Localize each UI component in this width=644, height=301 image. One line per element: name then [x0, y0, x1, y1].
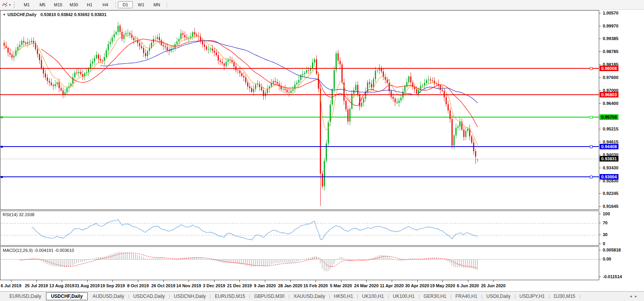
macd-tick: [599, 259, 601, 259]
level-line-0.95758[interactable]: [0, 117, 599, 117]
tab-item-xauusd-daily[interactable]: XAUUSD,Daily: [290, 293, 329, 300]
level-handle[interactable]: [590, 145, 593, 148]
macd-canvas[interactable]: [1, 247, 599, 280]
date-label: 9 Jan 2020: [254, 283, 276, 288]
rsi-canvas[interactable]: [1, 211, 599, 246]
candlestick-canvas[interactable]: [1, 11, 599, 210]
price-tick-label: 0.93430: [603, 165, 618, 171]
price-tick-label: 0.92245: [603, 191, 618, 196]
timeframes-toolbar: ▾ M1M5M15M30H1H4D1W1MN: [0, 0, 644, 10]
date-axis[interactable]: 6 Jul 201925 Jul 201913 Aug 201931 Aug 2…: [0, 280, 644, 291]
price-tick-label: 0.98785: [603, 49, 618, 54]
price-tick: [599, 181, 601, 181]
date-tick: [417, 280, 418, 282]
timeframe-button-m15[interactable]: M15: [51, 1, 66, 8]
chart-menu-icon[interactable]: ▼: [3, 13, 6, 17]
rsi-tick: [599, 235, 601, 235]
price-axis[interactable]: 1.005700.999700.993850.987850.981850.976…: [599, 10, 644, 210]
price-tick-label: 0.95215: [603, 127, 618, 132]
rsi-panel: RSI(14) 32.1938: [0, 211, 599, 246]
macd-axis[interactable]: 0.0058180.00-0.011514: [599, 246, 644, 280]
rsi-tick: [599, 244, 601, 244]
price-tick: [599, 51, 601, 52]
tabs-scroll-right-icon[interactable]: ▸: [635, 294, 640, 298]
date-label: 30 Apr 2020: [405, 283, 429, 288]
toolbar-grip[interactable]: [14, 2, 16, 8]
tab-item-usdjpy-h1[interactable]: USDJPY,H1: [516, 293, 549, 300]
tab-item-gbpusd-m30[interactable]: GBPUSD,M30: [250, 293, 288, 300]
tabs-scroll-left-icon[interactable]: ◂: [630, 294, 635, 298]
timeframe-buttons: M1M5M15M30H1H4D1W1MN: [19, 1, 169, 8]
timeframe-button-m1[interactable]: M1: [19, 1, 34, 8]
timeframe-button-mn[interactable]: MN: [149, 1, 164, 8]
ohlc-values: 0.93810 0.93842 0.93692 0.93831: [40, 12, 106, 17]
date-tick: [11, 280, 11, 282]
timeframe-button-m30[interactable]: M30: [66, 1, 81, 8]
level-handle[interactable]: [590, 176, 593, 178]
rsi-tick-label: 0: [603, 241, 605, 246]
date-label: 6 Jun 2020: [457, 283, 479, 288]
chart-tool-icon[interactable]: [2, 2, 8, 7]
current-price-line: [0, 159, 599, 159]
date-tick: [316, 280, 316, 282]
rsi-tick-label: 100: [603, 211, 610, 217]
tab-item-eurusd-m15[interactable]: EURUSD,M15: [211, 293, 249, 300]
level-line-0.98008[interactable]: [0, 68, 599, 69]
date-tick: [163, 280, 164, 282]
level-line-0.94408[interactable]: [0, 146, 599, 147]
level-line-0.96803[interactable]: [0, 94, 599, 95]
level-price-label: 0.98008: [600, 66, 618, 71]
date-label: 19 May 2020: [430, 283, 455, 288]
tab-item-fra40-h1[interactable]: FRA40,H1: [451, 293, 481, 300]
tab-item-usdchf-daily[interactable]: USDCHF,Daily: [46, 292, 88, 300]
tab-item-usdcad-daily[interactable]: USDCAD,Daily: [129, 293, 169, 300]
price-tick: [599, 77, 601, 78]
level-left-marker[interactable]: [1, 116, 3, 118]
price-tick-label: 1.00570: [603, 11, 618, 16]
rsi-tick-label: 70: [603, 220, 607, 226]
date-label: 5 Mar 2020: [330, 283, 352, 288]
level-line-0.93004[interactable]: [0, 176, 599, 177]
timeframe-button-m5[interactable]: M5: [35, 1, 50, 8]
tab-item-uk100-h1[interactable]: UK100,H1: [389, 293, 418, 300]
dropdown-arrow-icon[interactable]: ▾: [9, 3, 11, 7]
level-price-label: 0.93004: [600, 174, 618, 180]
macd-tick-label: 0.00: [603, 257, 611, 262]
level-handle[interactable]: [590, 116, 593, 119]
date-label: 31 Aug 2019: [75, 283, 100, 288]
tab-item-dj30-m15[interactable]: DJ30,M15: [550, 293, 579, 300]
tab-item-ger30-h1[interactable]: GER30,H1: [420, 293, 450, 300]
price-tick: [599, 90, 601, 91]
macd-tick: [599, 250, 601, 250]
timeframe-button-h1[interactable]: H1: [82, 1, 97, 8]
tab-item-uk100-h1[interactable]: UK100,H1: [358, 293, 388, 300]
price-tick: [599, 206, 601, 207]
tab-item-hk50-h1[interactable]: HK50,H1: [330, 293, 357, 300]
chart-title: ▼USDCHF,Daily0.93810 0.93842 0.93692 0.9…: [3, 12, 106, 17]
timeframe-button-h4[interactable]: H4: [98, 1, 113, 8]
date-tick: [290, 280, 291, 282]
level-left-marker[interactable]: [1, 146, 3, 148]
date-tick: [138, 280, 138, 282]
date-label: 3 Dec 2019: [203, 283, 225, 288]
price-tick-label: 0.97600: [603, 75, 618, 80]
date-tick: [341, 280, 341, 282]
price-tick: [599, 129, 601, 129]
timeframe-button-w1[interactable]: W1: [134, 1, 149, 8]
price-tick: [599, 103, 601, 104]
tab-item-usoil-daily[interactable]: USOil,Daily: [483, 293, 514, 300]
price-tick-label: 0.91645: [603, 204, 618, 209]
macd-panel: MACD(12,26,9) -0.004191 -0.003610: [0, 246, 599, 280]
date-tick: [468, 280, 468, 282]
current-price-label: 0.93831: [600, 156, 618, 162]
price-tick: [599, 193, 601, 194]
date-tick: [442, 280, 443, 282]
tab-item-eurusd-daily[interactable]: EURUSD,Daily: [6, 293, 45, 300]
tab-item-audusd-daily[interactable]: AUDUSD,Daily: [88, 293, 128, 300]
level-left-marker[interactable]: [1, 176, 3, 178]
rsi-axis[interactable]: 10070300: [599, 211, 644, 246]
level-handle[interactable]: [590, 67, 593, 70]
tab-item-usdcnh-daily[interactable]: USDCNH,Daily: [170, 293, 209, 300]
toolbar-separator: [167, 2, 167, 8]
timeframe-button-d1[interactable]: D1: [118, 1, 133, 8]
